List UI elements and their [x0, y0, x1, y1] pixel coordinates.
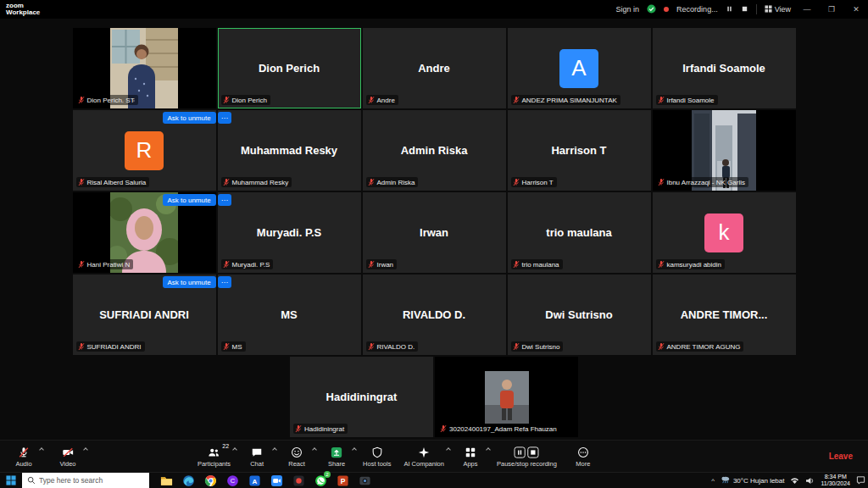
participant-tile[interactable]: Muhammad ReskyMuhammad Resky — [218, 110, 361, 191]
notification-center-icon[interactable] — [856, 473, 865, 488]
chevron-up-icon[interactable] — [272, 447, 277, 452]
participant-tile[interactable]: Dwi SutrisnoDwi Sutrisno — [508, 274, 651, 355]
toolbar-video-button[interactable]: Video — [54, 446, 81, 468]
ask-to-unmute-button[interactable]: Ask to unmute — [163, 112, 216, 124]
participant-options-button[interactable]: ⋯ — [218, 194, 231, 206]
participant-tile[interactable]: Dion PerichDion Perich — [218, 28, 361, 108]
participant-tile[interactable]: MSMS — [218, 274, 361, 355]
toolbar-button-label: Chat — [250, 460, 264, 468]
ask-to-unmute-button[interactable]: Ask to unmute — [163, 194, 216, 206]
taskbar-app-canva-icon[interactable]: C — [225, 474, 239, 487]
participant-name-text: Hani Pratiwi N — [87, 261, 131, 269]
participant-tile[interactable]: RIVALDO D.RIVALDO D. — [363, 274, 506, 355]
toolbar-ai-companion-button[interactable]: AI Companion — [403, 446, 444, 468]
search-input[interactable] — [39, 476, 141, 485]
participant-tile[interactable]: HadidiningratHadidiningrat — [290, 357, 433, 437]
participant-tile[interactable]: Harrison THarrison T — [508, 110, 651, 191]
video-icon — [62, 446, 74, 459]
participant-name-text: MS — [232, 343, 242, 351]
chevron-up-icon[interactable] — [312, 447, 317, 452]
view-button[interactable]: View — [765, 5, 791, 14]
taskbar-app-whatsapp-icon[interactable]: 2 — [314, 474, 327, 487]
toolbar-share-button[interactable]: Share — [323, 446, 350, 468]
close-button[interactable]: ✕ — [848, 0, 865, 19]
participant-tile[interactable]: Irfandi SoamoleIrfandi Soamole — [653, 28, 796, 108]
participant-avatar: R — [125, 131, 164, 170]
meeting-toolbar: AudioVideo Participants22ChatReactShareH… — [0, 440, 868, 472]
participant-tile[interactable]: IrwanIrwan — [363, 192, 506, 273]
participant-name-label: Harrison T — [511, 177, 557, 187]
wifi-icon[interactable] — [790, 473, 799, 488]
taskbar-app-file-explorer-icon[interactable] — [159, 474, 173, 487]
toolbar-left: AudioVideo — [10, 446, 81, 468]
participant-name-label: Dwi Sutrisno — [511, 341, 564, 352]
participant-tile[interactable]: Muryadi. P.SMuryadi. P.S — [218, 192, 361, 273]
participant-name-text: Andre — [377, 97, 395, 104]
toolbar-button-label: AI Companion — [403, 460, 444, 468]
toolbar-apps-button[interactable]: Apps — [457, 446, 484, 468]
chevron-up-icon[interactable] — [83, 447, 88, 452]
participant-tile[interactable]: Dion Perich. STAsk to unmute⋯ — [73, 28, 216, 108]
participant-tile[interactable]: kkamsuryadi abidin — [653, 192, 796, 273]
participant-options-button[interactable]: ⋯ — [218, 112, 231, 124]
ask-to-unmute-button[interactable]: Ask to unmute — [163, 276, 216, 288]
taskbar-app-recorder-icon[interactable] — [292, 474, 305, 487]
mic-muted-icon — [368, 260, 375, 269]
taskbar-search[interactable] — [22, 473, 149, 488]
hidden-icons-chevron[interactable]: ^ — [711, 477, 715, 485]
start-button[interactable] — [0, 473, 22, 488]
participant-tile[interactable]: AANDEZ PRIMA SIMANJUNTAK — [508, 28, 651, 108]
toolbar-audio-button[interactable]: Audio — [10, 446, 37, 468]
mic-muted-icon — [658, 260, 665, 269]
participant-tile[interactable]: Ibnu Arrazzaqi - NK Garlis — [653, 110, 796, 191]
toolbar-chat-button[interactable]: Chat — [243, 446, 270, 468]
stop-recording-icon[interactable] — [741, 5, 748, 14]
toolbar-participants-button[interactable]: Participants22 — [198, 446, 231, 468]
participant-options-button[interactable]: ⋯ — [218, 276, 231, 288]
chevron-up-icon[interactable] — [39, 447, 44, 452]
minimize-button[interactable]: — — [798, 0, 815, 19]
sign-in-link[interactable]: Sign in — [616, 5, 640, 14]
leave-button[interactable]: Leave — [829, 452, 858, 461]
taskbar-app-powerpoint-icon[interactable]: P — [336, 474, 349, 487]
gallery: Dion Perich. STAsk to unmute⋯Dion Perich… — [73, 28, 796, 437]
participant-tile[interactable]: 30202400197_Adam Refa Fhauzan — [435, 357, 578, 437]
chevron-up-icon[interactable] — [352, 447, 357, 452]
gallery-row: HadidiningratHadidiningrat30202400197_Ad… — [73, 357, 796, 437]
toolbar-record-controls-button[interactable]: Pause/stop recording — [497, 446, 557, 468]
chevron-up-icon[interactable] — [232, 447, 237, 452]
participant-name-label: Dion Perich. ST — [76, 95, 138, 105]
participant-tile[interactable]: trio maulanatrio maulana — [508, 192, 651, 273]
maximize-button[interactable]: ❐ — [823, 0, 840, 19]
taskbar-app-zoom-icon[interactable] — [270, 474, 283, 487]
participant-tile[interactable]: Admin RiskaAdmin Riska — [363, 110, 506, 191]
pause-recording-icon[interactable] — [726, 5, 733, 14]
chevron-up-icon[interactable] — [446, 447, 451, 452]
ask-to-unmute-popup: Ask to unmute⋯ — [163, 112, 231, 124]
chat-icon — [251, 446, 263, 459]
participant-tile[interactable]: ANDRE TIMOR...ANDRE TIMOR AGUNG — [653, 274, 796, 355]
mic-muted-icon — [658, 342, 665, 351]
toolbar-react-button[interactable]: React — [283, 446, 310, 468]
weather-widget[interactable]: 30°C Hujan lebat — [721, 475, 785, 485]
taskbar-app-chrome-icon[interactable] — [203, 474, 217, 487]
toolbar-more-button[interactable]: More — [570, 446, 597, 468]
taskbar-app-camera-icon[interactable] — [358, 474, 371, 487]
zoom-window: zoom Workplace Sign in Recording... View… — [0, 0, 868, 488]
participant-tile[interactable]: AndreAndre — [363, 28, 506, 108]
taskbar-app-app-a-icon[interactable]: A — [248, 474, 261, 487]
view-label: View — [775, 5, 791, 14]
tray-time: 8:34 PM — [825, 474, 847, 480]
mic-muted-icon — [78, 260, 85, 269]
windows-taskbar: CA2P ^ 30°C Hujan lebat 8:34 PM 11/30/20… — [0, 472, 868, 488]
volume-icon[interactable] — [805, 473, 815, 488]
participant-name-label: SUFRIADI ANDRI — [76, 341, 145, 352]
tray-date: 11/30/2024 — [821, 480, 850, 486]
chevron-up-icon[interactable] — [486, 447, 491, 452]
participant-name-label: Muhammad Resky — [221, 177, 292, 187]
toolbar-host-tools-button[interactable]: Host tools — [363, 446, 391, 468]
taskbar-app-edge-icon[interactable] — [181, 474, 195, 487]
taskbar-clock[interactable]: 8:34 PM 11/30/2024 — [821, 474, 850, 488]
participant-name-text: Dion Perich. ST — [87, 97, 135, 104]
toolbar-button-label: Share — [328, 460, 345, 468]
